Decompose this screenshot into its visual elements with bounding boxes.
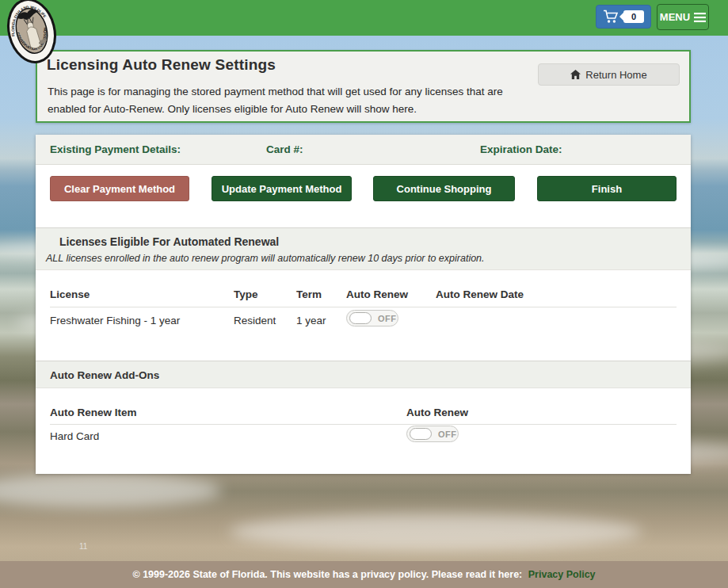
license-term-cell: 1 year: [296, 315, 326, 326]
addons-section-title: Auto Renew Add-Ons: [50, 361, 159, 389]
existing-payment-label: Existing Payment Details:: [50, 135, 181, 165]
license-name-cell: Freshwater Fishing - 1 year: [50, 315, 180, 326]
col-header-auto-renew-date: Auto Renew Date: [436, 288, 524, 300]
page: 11 0 MENU FLORIDA FISH AND WILDLIFE: [0, 0, 728, 588]
licenses-section-header: Licenses Eligible For Automated Renewal …: [36, 227, 691, 270]
col-header-term: Term: [296, 288, 322, 300]
licenses-section-title: Licenses Eligible For Automated Renewal: [59, 235, 279, 248]
expiration-date-label: Expiration Date:: [480, 135, 562, 165]
col-header-auto-renew-item: Auto Renew Item: [50, 407, 137, 418]
wave-foam: [0, 474, 222, 507]
cart-count-badge: 0: [623, 10, 644, 23]
toggle-state-label: OFF: [378, 314, 397, 323]
addons-header-divider: [50, 424, 677, 425]
photo-watermark: 11: [79, 542, 87, 551]
menu-label: MENU: [660, 11, 690, 23]
col-header-license: License: [50, 288, 90, 300]
col-header-addon-auto-renew: Auto Renew: [406, 407, 468, 418]
license-auto-renew-toggle[interactable]: OFF: [346, 310, 398, 326]
cart-button[interactable]: 0: [596, 5, 651, 29]
return-home-button[interactable]: Return Home: [538, 63, 680, 86]
licenses-header-divider: [50, 307, 677, 307]
licenses-section-note: ALL licenses enrolled in the auto renew …: [46, 253, 485, 264]
return-home-label: Return Home: [585, 69, 646, 81]
license-type-cell: Resident: [234, 315, 276, 326]
toggle-knob: [410, 428, 432, 440]
col-header-type: Type: [234, 288, 258, 300]
copyright-text: © 1999-2026 State of Florida. This websi…: [132, 569, 522, 580]
menu-button[interactable]: MENU: [657, 4, 709, 30]
page-title: Licensing Auto Renew Settings: [47, 56, 276, 74]
update-payment-method-button[interactable]: Update Payment Method: [212, 176, 352, 201]
toggle-knob: [349, 312, 372, 324]
wave-foam: [230, 514, 642, 550]
addon-auto-renew-toggle[interactable]: OFF: [406, 426, 459, 442]
page-footer: © 1999-2026 State of Florida. This websi…: [0, 561, 728, 588]
addons-section-header: Auto Renew Add-Ons: [36, 361, 691, 388]
payment-details-bar: Existing Payment Details: Card #: Expira…: [36, 135, 691, 165]
top-nav-bar: 0 MENU: [0, 0, 728, 36]
home-icon: [570, 70, 581, 79]
finish-button[interactable]: Finish: [537, 176, 677, 201]
clear-payment-method-button[interactable]: Clear Payment Method: [50, 176, 189, 201]
cart-icon: [603, 10, 619, 24]
addon-item-cell: Hard Card: [50, 430, 99, 442]
privacy-policy-link[interactable]: Privacy Policy: [528, 569, 596, 580]
intro-panel: Licensing Auto Renew Settings This page …: [36, 50, 691, 123]
col-header-auto-renew: Auto Renew: [346, 288, 408, 300]
continue-shopping-button[interactable]: Continue Shopping: [373, 176, 515, 201]
hamburger-icon: [694, 13, 706, 22]
page-description: This page is for managing the stored pay…: [48, 83, 539, 117]
toggle-state-label: OFF: [438, 430, 457, 439]
card-number-label: Card #:: [266, 135, 303, 165]
main-panel: Existing Payment Details: Card #: Expira…: [36, 135, 691, 474]
